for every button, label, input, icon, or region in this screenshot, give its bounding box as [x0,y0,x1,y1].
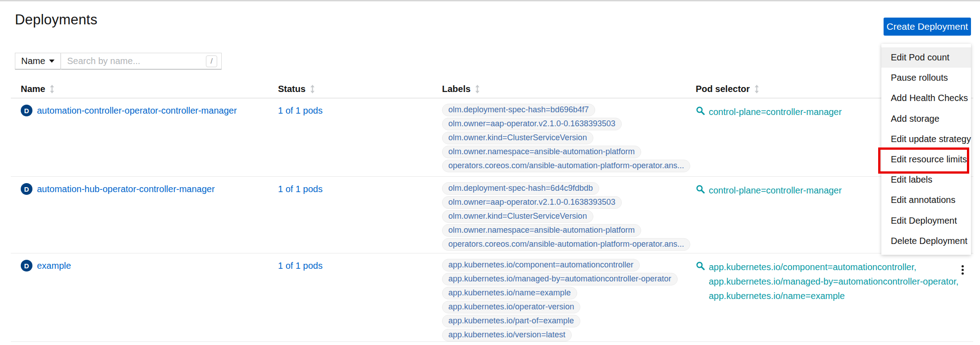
label-chip[interactable]: app.kubernetes.io/version=latest [442,329,572,341]
create-deployment-button[interactable]: Create Deployment [884,18,971,36]
deployments-table: Name Status Labels Pod selector D automa… [11,81,973,342]
menu-item-add-storage[interactable]: Add storage [881,109,971,129]
row-actions-dropdown-menu: Edit Pod count Pause rollouts Add Health… [881,44,971,255]
label-chip[interactable]: olm.owner=aap-operator.v2.1.0-0.16383935… [442,118,622,130]
table-header-row: Name Status Labels Pod selector [11,81,973,98]
filter-toolbar: Name / [15,53,222,69]
search-input[interactable] [61,53,221,69]
sort-icon[interactable] [754,85,759,93]
label-chip[interactable]: app.kubernetes.io/operator-version [442,301,580,313]
table-row: D example 1 of 1 pods app.kubernetes.io/… [11,253,973,342]
labels-cell: app.kubernetes.io/component=automationco… [442,259,696,341]
menu-item-edit-update-strategy[interactable]: Edit update strategy [881,129,971,149]
search-shortcut-hint: / [206,55,217,67]
label-chip[interactable]: app.kubernetes.io/name=example [442,287,577,299]
column-header-labels[interactable]: Labels [442,84,696,98]
deployment-kind-badge: D [21,260,32,271]
sort-icon[interactable] [475,85,480,93]
pod-selector-cell: app.kubernetes.io/component=automationco… [696,260,959,341]
label-chip[interactable]: olm.owner=aap-operator.v2.1.0-0.16383935… [442,196,622,209]
label-chip[interactable]: olm.owner.namespace=ansible-automation-p… [442,146,641,158]
status-cell: 1 of 1 pods [278,105,442,176]
pods-status-link[interactable]: 1 of 1 pods [278,184,323,194]
deployment-name-link[interactable]: automation-hub-operator-controller-manag… [37,183,215,195]
deployment-kind-badge: D [21,183,32,195]
column-header-status[interactable]: Status [278,84,442,98]
kebab-menu-icon[interactable] [960,263,966,341]
deployment-name-cell: D automation-controller-operator-control… [11,105,278,176]
label-chip[interactable]: app.kubernetes.io/part-of=example [442,315,580,327]
row-actions-cell [959,260,973,341]
labels-cell: olm.deployment-spec-hash=bd696b4f7 olm.o… [442,104,696,176]
menu-item-edit-resource-limits[interactable]: Edit resource limits [881,149,971,170]
pod-selector-link[interactable]: app.kubernetes.io/name=example [709,289,958,303]
deployment-name-cell: D example [11,260,278,341]
label-chip[interactable]: operators.coreos.com/ansible-automation-… [442,238,690,251]
menu-item-edit-annotations[interactable]: Edit annotations [881,190,971,210]
label-chip[interactable]: app.kubernetes.io/managed-by=automationc… [442,273,678,285]
column-header-name[interactable]: Name [11,84,278,98]
pod-selector-link[interactable]: app.kubernetes.io/component=automationco… [709,260,958,274]
search-box: / [61,53,222,69]
search-icon [696,184,705,196]
labels-cell: olm.deployment-spec-hash=6d4c9fdbdb olm.… [442,182,696,253]
pod-selector-link[interactable]: control-plane=controller-manager [709,105,842,119]
menu-item-edit-pod-count[interactable]: Edit Pod count [881,47,971,68]
label-chip[interactable]: app.kubernetes.io/component=automationco… [442,259,640,271]
top-divider [0,0,980,1]
deployment-name-link[interactable]: example [37,260,71,271]
menu-item-pause-rollouts[interactable]: Pause rollouts [881,68,971,88]
menu-item-edit-labels[interactable]: Edit labels [881,170,971,190]
table-row: D automation-controller-operator-control… [11,98,973,177]
pod-selector-link[interactable]: control-plane=controller-manager [709,183,842,198]
search-icon [696,106,705,117]
page-title: Deployments [15,12,97,28]
label-chip[interactable]: operators.coreos.com/ansible-automation-… [442,160,690,172]
table-row: D automation-hub-operator-controller-man… [11,177,973,253]
filter-type-label: Name [21,56,45,66]
sort-icon[interactable] [310,85,315,93]
search-icon [696,261,705,272]
deployments-page: Deployments Create Deployment Name / Nam… [0,0,980,345]
deployment-name-link[interactable]: automation-controller-operator-controlle… [37,105,237,116]
status-cell: 1 of 1 pods [278,183,442,253]
pods-status-link[interactable]: 1 of 1 pods [278,106,323,115]
menu-item-delete-deployment[interactable]: Delete Deployment [881,231,971,251]
deployment-name-cell: D automation-hub-operator-controller-man… [11,183,278,253]
label-chip[interactable]: olm.owner.kind=ClusterServiceVersion [442,210,593,223]
menu-item-add-health-checks[interactable]: Add Health Checks [881,88,971,108]
filter-type-dropdown[interactable]: Name [15,53,61,69]
sort-icon[interactable] [50,85,55,93]
label-chip[interactable]: olm.deployment-spec-hash=bd696b4f7 [442,104,595,116]
label-chip[interactable]: olm.owner.kind=ClusterServiceVersion [442,132,593,144]
label-chip[interactable]: olm.deployment-spec-hash=6d4c9fdbdb [442,182,599,195]
label-chip[interactable]: olm.owner.namespace=ansible-automation-p… [442,224,641,237]
menu-item-edit-deployment[interactable]: Edit Deployment [881,211,971,231]
chevron-down-icon [49,60,55,63]
deployment-kind-badge: D [21,105,32,116]
status-cell: 1 of 1 pods [278,260,442,341]
pods-status-link[interactable]: 1 of 1 pods [278,261,323,271]
pod-selector-link[interactable]: app.kubernetes.io/managed-by=automationc… [709,274,958,289]
